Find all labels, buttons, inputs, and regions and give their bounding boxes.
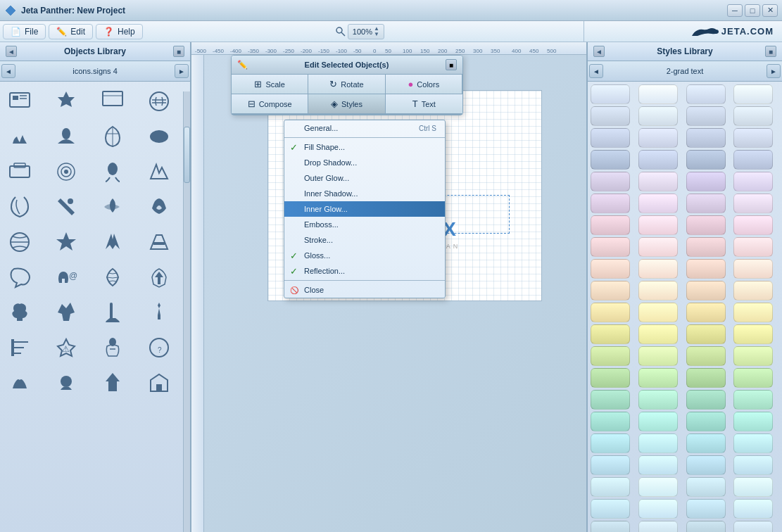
style-swatch[interactable] <box>638 237 678 257</box>
style-swatch[interactable] <box>638 368 678 388</box>
edit-menu[interactable]: ✏️ Edit <box>49 24 93 39</box>
style-swatch[interactable] <box>591 259 630 279</box>
style-swatch[interactable] <box>591 150 630 170</box>
style-swatch[interactable] <box>638 106 678 126</box>
style-swatch[interactable] <box>733 106 773 126</box>
icon-cell[interactable] <box>96 155 130 189</box>
style-swatch[interactable] <box>733 433 773 453</box>
style-swatch[interactable] <box>686 172 726 191</box>
maximize-button[interactable]: □ <box>745 4 760 17</box>
icon-cell[interactable] <box>96 260 130 294</box>
icon-cell[interactable] <box>3 190 37 224</box>
style-swatch[interactable] <box>686 194 726 213</box>
style-swatch[interactable] <box>591 215 630 235</box>
style-swatch[interactable] <box>591 172 630 191</box>
icon-cell[interactable] <box>96 190 130 224</box>
style-swatch[interactable] <box>591 346 630 366</box>
file-menu[interactable]: 📄 File <box>3 24 46 39</box>
icon-cell[interactable] <box>49 225 83 259</box>
icon-cell[interactable] <box>96 225 130 259</box>
icon-cell[interactable] <box>3 155 37 189</box>
style-swatch[interactable] <box>686 215 726 235</box>
ctx-drop-shadow[interactable]: Drop Shadow... <box>284 155 445 170</box>
style-swatch[interactable] <box>686 433 726 453</box>
ctx-general[interactable]: General... Ctrl S <box>284 120 445 136</box>
icon-cell[interactable]: ? <box>142 331 176 365</box>
zoom-box[interactable]: 100% ▲ ▼ <box>348 24 384 39</box>
style-swatch[interactable] <box>638 346 678 366</box>
style-swatch[interactable] <box>733 84 773 104</box>
style-swatch[interactable] <box>733 390 773 410</box>
styles-panel-collapse-right[interactable]: ■ <box>765 46 776 57</box>
icon-cell[interactable] <box>49 190 83 224</box>
objects-panel-collapse-left[interactable]: ◄ <box>6 46 17 57</box>
style-swatch[interactable] <box>638 194 678 213</box>
style-swatch[interactable] <box>733 303 773 322</box>
style-swatch[interactable] <box>686 521 726 532</box>
style-swatch[interactable] <box>733 150 773 170</box>
styles-button[interactable]: ◈ Styles <box>308 94 385 114</box>
style-swatch[interactable] <box>686 128 726 148</box>
zoom-down[interactable]: ▼ <box>374 32 379 37</box>
style-swatch[interactable] <box>733 194 773 213</box>
style-swatch[interactable] <box>638 499 678 519</box>
icon-cell[interactable] <box>142 296 176 329</box>
style-swatch[interactable] <box>591 324 630 344</box>
icon-cell[interactable] <box>3 260 37 294</box>
objects-scrollbar[interactable] <box>183 91 190 532</box>
icon-cell[interactable] <box>142 84 176 118</box>
style-swatch[interactable] <box>733 455 773 475</box>
style-swatch[interactable] <box>638 324 678 344</box>
style-swatch[interactable] <box>686 259 726 279</box>
icon-cell[interactable] <box>142 366 176 400</box>
style-swatch[interactable] <box>591 128 630 148</box>
style-swatch[interactable] <box>686 390 726 410</box>
style-swatch[interactable] <box>638 172 678 191</box>
styles-next[interactable]: ► <box>767 64 781 78</box>
style-swatch[interactable] <box>591 194 630 213</box>
objects-panel-collapse-right[interactable]: ■ <box>173 46 184 57</box>
ctx-inner-glow[interactable]: Inner Glow... <box>284 201 445 217</box>
style-swatch[interactable] <box>638 477 678 497</box>
style-swatch[interactable] <box>733 281 773 300</box>
style-swatch[interactable] <box>686 477 726 497</box>
rotate-button[interactable]: ↻ Rotate <box>308 75 385 94</box>
style-swatch[interactable] <box>591 303 630 322</box>
style-swatch[interactable] <box>638 281 678 300</box>
style-swatch[interactable] <box>686 237 726 257</box>
icon-cell[interactable] <box>3 296 37 329</box>
ctx-emboss[interactable]: Emboss... <box>284 217 445 232</box>
icon-cell[interactable] <box>49 84 83 118</box>
ctx-stroke[interactable]: Stroke... <box>284 232 445 248</box>
style-swatch[interactable] <box>638 259 678 279</box>
close-button[interactable]: ✕ <box>762 4 778 17</box>
icon-cell[interactable] <box>3 225 37 259</box>
style-swatch[interactable] <box>591 281 630 300</box>
style-swatch[interactable] <box>686 324 726 344</box>
style-swatch[interactable] <box>733 172 773 191</box>
icon-cell[interactable] <box>3 366 37 400</box>
style-swatch[interactable] <box>638 455 678 475</box>
style-swatch[interactable] <box>591 412 630 431</box>
ctx-inner-shadow[interactable]: Inner Shadow... <box>284 186 445 201</box>
style-swatch[interactable] <box>591 433 630 453</box>
style-swatch[interactable] <box>686 303 726 322</box>
scrollbar-thumb[interactable] <box>184 127 190 183</box>
style-swatch[interactable] <box>638 128 678 148</box>
style-swatch[interactable] <box>733 237 773 257</box>
style-swatch[interactable] <box>638 412 678 431</box>
style-swatch[interactable] <box>638 521 678 532</box>
style-swatch[interactable] <box>638 303 678 322</box>
icon-cell[interactable] <box>3 120 37 153</box>
style-swatch[interactable] <box>686 412 726 431</box>
style-swatch[interactable] <box>733 324 773 344</box>
ctx-outer-glow[interactable]: Outer Glow... <box>284 170 445 186</box>
icon-cell[interactable] <box>142 225 176 259</box>
ctx-gloss[interactable]: ✓ Gloss... <box>284 248 445 263</box>
icon-cell[interactable] <box>142 260 176 294</box>
style-swatch[interactable] <box>638 433 678 453</box>
style-swatch[interactable] <box>591 84 630 104</box>
style-swatch[interactable] <box>591 106 630 126</box>
icon-cell[interactable] <box>142 155 176 189</box>
minimize-button[interactable]: ─ <box>727 4 743 17</box>
